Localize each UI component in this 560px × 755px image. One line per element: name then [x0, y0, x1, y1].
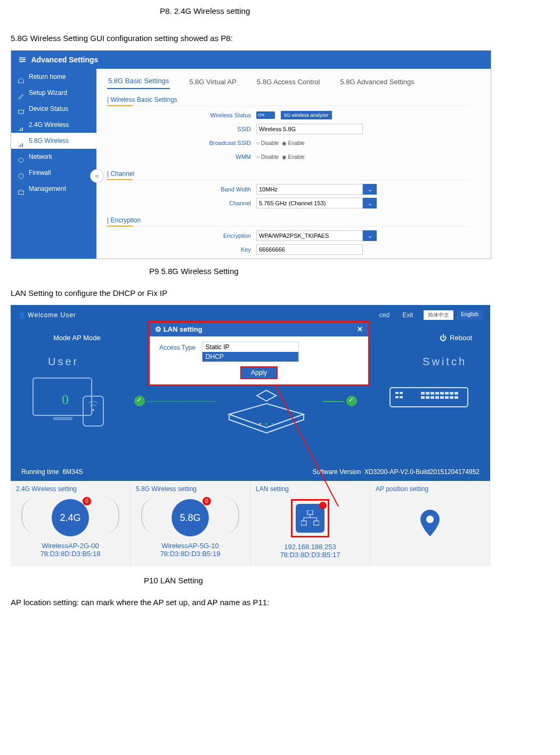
- svg-point-11: [259, 423, 261, 425]
- tile-lan[interactable]: LAN setting 192.168.188.253 78:D3:8D:D3:…: [250, 481, 370, 566]
- modal-close-icon[interactable]: ✕: [357, 323, 363, 336]
- 24g-circle: 2.4G0: [52, 499, 89, 536]
- check-icon: [134, 396, 145, 406]
- nav-exit[interactable]: Exit: [402, 311, 413, 319]
- apply-button[interactable]: Apply: [240, 366, 278, 379]
- wmm-radios[interactable]: ○ Disable ◉ Enable: [256, 154, 305, 160]
- home-icon: [18, 74, 25, 81]
- svg-rect-28: [426, 396, 429, 399]
- top-nav: ced Exit: [379, 311, 413, 319]
- caption-p9: P9 5.8G Wireless Setting: [11, 267, 549, 276]
- wmm-label: WMM: [96, 154, 256, 160]
- running-time: Running time 6M34S: [21, 468, 83, 476]
- intro-p11: AP location setting: can mark where the …: [11, 598, 549, 607]
- bandwidth-select[interactable]: ⌄: [256, 184, 377, 195]
- svg-rect-27: [421, 396, 425, 399]
- analyzer-button[interactable]: 5G wireless analyzer: [281, 111, 332, 119]
- tile-ap-position[interactable]: AP position setting: [370, 481, 490, 566]
- caption-p8: P8. 2.4G Wireless setting: [11, 6, 549, 15]
- svg-point-4: [19, 158, 23, 162]
- network-icon: [18, 154, 25, 160]
- svg-point-13: [272, 423, 274, 425]
- tab-advanced[interactable]: 5.8G Advanced Settings: [339, 73, 415, 89]
- connection-line-solid: [323, 401, 344, 402]
- broadcast-ssid-radios[interactable]: ○ Disable ◉ Enable: [256, 140, 305, 146]
- svg-rect-20: [426, 392, 429, 395]
- collapse-sidebar-icon[interactable]: «: [90, 169, 104, 183]
- svg-rect-24: [445, 392, 449, 395]
- sidebar-item-firewall[interactable]: Firewall: [11, 165, 96, 181]
- channel-select[interactable]: ⌄: [256, 198, 377, 208]
- intro-p10: LAN Setting to configure the DHCP or Fix…: [11, 288, 549, 298]
- svg-point-38: [426, 516, 434, 523]
- scene-user-label: User: [48, 356, 79, 368]
- broadcast-ssid-label: Broadcast SSID: [96, 140, 256, 146]
- briefcase-icon: [18, 186, 25, 192]
- option-dhcp[interactable]: DHCP: [202, 352, 298, 362]
- scene-switch-label: Switch: [423, 356, 467, 368]
- tile-24g-title: 2.4G Wireless setting: [16, 485, 125, 493]
- sliders-icon: ⚙: [155, 325, 161, 333]
- reboot-button[interactable]: ⏻ Reboot: [440, 334, 472, 342]
- chevron-down-icon: ⌄: [363, 230, 377, 241]
- svg-rect-32: [445, 396, 449, 399]
- svg-rect-30: [435, 396, 439, 399]
- option-static-ip[interactable]: Static IP: [202, 342, 298, 352]
- connection-line-dashed: [147, 401, 216, 402]
- sidebar-item-58g-wireless[interactable]: 5.8G Wireless: [11, 133, 96, 149]
- sidebar-item-24g-wireless[interactable]: 2.4G Wireless: [11, 117, 96, 133]
- encryption-select[interactable]: ⌄: [256, 230, 377, 241]
- svg-rect-22: [435, 392, 439, 395]
- tile-24g[interactable]: 2.4G Wireless setting 2.4G0 WirelessAP-2…: [11, 481, 131, 566]
- tile-position-title: AP position setting: [376, 485, 484, 493]
- check-icon: [346, 396, 357, 406]
- svg-rect-18: [400, 396, 403, 398]
- svg-rect-35: [307, 510, 313, 515]
- caption-p10: P10 LAN Setting: [11, 576, 549, 585]
- sidebar-item-setup-wizard[interactable]: Setup Wizard: [11, 85, 96, 101]
- access-type-label: Access Type: [159, 342, 196, 351]
- sidebar-item-return-home[interactable]: Return home: [11, 69, 96, 85]
- svg-rect-16: [400, 392, 403, 394]
- svg-rect-34: [455, 396, 458, 399]
- monitor-phone-icon: [32, 377, 107, 429]
- screenshot-p9: Advanced Settings Return home Setup Wiza…: [11, 50, 491, 259]
- sidebar-item-network[interactable]: Network: [11, 149, 96, 165]
- ssid-input[interactable]: [256, 124, 363, 134]
- lang-cn[interactable]: 简体中文: [424, 310, 453, 320]
- dial-arc-icon: [223, 497, 239, 534]
- svg-rect-5: [19, 191, 24, 195]
- sidebar-item-management[interactable]: Management: [11, 181, 96, 197]
- lang-en[interactable]: English: [457, 310, 483, 320]
- lan-highlight-box: [291, 499, 329, 537]
- shield-icon: [18, 170, 25, 176]
- tab-basic[interactable]: 5.8G Basic Settings: [107, 71, 170, 89]
- nav-advanced[interactable]: ced: [379, 311, 389, 319]
- encryption-label: Encryption: [96, 232, 256, 239]
- modal-title: LAN setting: [164, 325, 202, 333]
- tab-access-control[interactable]: 5.8G Access Control: [256, 73, 321, 89]
- tile-58g[interactable]: 5.8G Wireless setting 5.8G0 WirelessAP-5…: [131, 481, 250, 566]
- map-pin-icon: [419, 510, 441, 536]
- access-type-select[interactable]: Static IP DHCP: [202, 342, 299, 362]
- svg-rect-8: [53, 417, 72, 420]
- svg-rect-36: [301, 521, 306, 525]
- lan-setting-modal: ⚙ LAN setting ✕ Access Type Static IP DH…: [148, 321, 370, 386]
- sidebar-item-device-status[interactable]: Device Status: [11, 101, 96, 117]
- key-input[interactable]: [256, 244, 363, 255]
- wireless-status-toggle[interactable]: ON: [256, 111, 275, 119]
- monitor-icon: [18, 106, 25, 113]
- welcome-user: 👤 Welcome User: [18, 311, 379, 319]
- tab-virtual-ap[interactable]: 5.8G Virtual AP: [188, 73, 238, 89]
- lan-topology-icon: [296, 504, 324, 533]
- tile-58g-title: 5.8G Wireless setting: [136, 485, 245, 493]
- svg-rect-21: [431, 392, 434, 395]
- section-encryption: | Encryption: [107, 216, 469, 227]
- key-label: Key: [96, 246, 256, 253]
- switch-device-icon: [389, 382, 469, 416]
- 58g-mac: 78:D3:8D:D3:B5:19: [136, 550, 245, 558]
- svg-rect-25: [450, 392, 453, 395]
- 24g-mac: 78:D3:8D:D3:B5:18: [16, 550, 125, 558]
- dial-arc-icon: [103, 497, 119, 534]
- svg-rect-26: [455, 392, 458, 395]
